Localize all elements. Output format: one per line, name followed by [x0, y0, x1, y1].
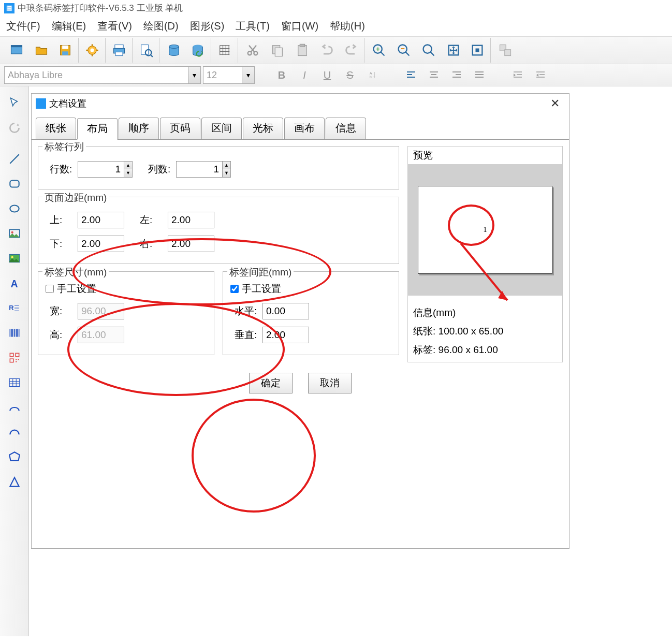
paste-icon[interactable] — [290, 38, 315, 63]
ok-button[interactable]: 确定 — [249, 373, 293, 393]
menu-tool[interactable]: 工具(T) — [236, 19, 270, 33]
polygon-icon[interactable] — [4, 445, 25, 470]
grid-icon[interactable] — [213, 38, 238, 63]
menu-help[interactable]: 帮助(H) — [330, 19, 365, 33]
barcode-icon[interactable] — [4, 320, 25, 345]
svg-text:b: b — [370, 75, 372, 79]
settings-icon[interactable] — [81, 38, 106, 63]
svg-rect-33 — [275, 48, 282, 56]
redo-icon[interactable] — [340, 38, 364, 63]
new-icon[interactable] — [4, 38, 29, 63]
svg-rect-48 — [505, 50, 511, 56]
menu-window[interactable]: 窗口(W) — [281, 19, 318, 33]
svg-rect-91 — [16, 359, 17, 360]
bold-button[interactable]: B — [270, 66, 293, 84]
menu-edit[interactable]: 编辑(E) — [52, 19, 86, 33]
vert-input[interactable] — [262, 327, 309, 343]
align-justify-icon[interactable] — [468, 66, 491, 84]
richtext-icon[interactable]: R — [4, 296, 25, 320]
rotate-icon[interactable] — [4, 115, 25, 140]
svg-line-40 — [406, 52, 410, 56]
font-name-select[interactable]: ▾ — [4, 66, 201, 84]
database-sync-icon[interactable] — [186, 38, 211, 63]
size-manual-checkbox[interactable] — [46, 285, 54, 293]
strike-button[interactable]: S — [339, 66, 361, 84]
menu-draw[interactable]: 绘图(D) — [143, 19, 179, 33]
triangle-icon[interactable] — [4, 470, 25, 494]
tab-paper[interactable]: 纸张 — [36, 118, 76, 139]
rounded-rect-icon[interactable] — [4, 171, 25, 196]
group-icon[interactable] — [493, 38, 518, 63]
tab-pageno[interactable]: 页码 — [160, 118, 200, 139]
font-size-select[interactable]: ▾ — [203, 66, 255, 84]
qrcode-icon[interactable] — [4, 345, 25, 370]
rows-input[interactable] — [78, 161, 124, 178]
center-icon[interactable] — [466, 38, 491, 63]
cut-icon[interactable] — [240, 38, 265, 63]
ellipse-icon[interactable] — [4, 196, 25, 221]
close-icon[interactable]: ✕ — [545, 96, 565, 111]
save-icon[interactable] — [54, 38, 79, 63]
margin-right-input[interactable] — [168, 236, 214, 252]
svg-line-69 — [10, 154, 19, 163]
font-size-input[interactable] — [203, 70, 242, 81]
tab-canvas[interactable]: 画布 — [284, 118, 325, 139]
vertical-text-icon[interactable]: Ab — [361, 66, 384, 84]
database-icon[interactable] — [162, 38, 186, 63]
margin-bottom-input[interactable] — [78, 236, 124, 252]
table-icon[interactable] — [4, 370, 25, 395]
align-left-icon[interactable] — [400, 66, 422, 84]
fit-icon[interactable] — [441, 38, 466, 63]
image-icon[interactable] — [4, 246, 25, 271]
italic-button[interactable]: I — [293, 66, 316, 84]
cols-up-icon[interactable]: ▲ — [223, 162, 230, 169]
width-input — [78, 303, 124, 319]
spacing-manual-checkbox[interactable] — [230, 285, 239, 293]
rows-up-icon[interactable]: ▲ — [124, 162, 132, 169]
undo-icon[interactable] — [315, 38, 340, 63]
svg-rect-35 — [300, 44, 304, 47]
tab-order[interactable]: 顺序 — [119, 118, 159, 139]
align-right-icon[interactable] — [445, 66, 468, 84]
rows-down-icon[interactable]: ▼ — [124, 169, 132, 177]
zoom-icon[interactable] — [416, 38, 441, 63]
svg-rect-13 — [115, 52, 123, 56]
margin-top-input[interactable] — [78, 212, 124, 228]
outdent-icon[interactable] — [529, 66, 552, 84]
svg-rect-4 — [62, 51, 68, 55]
tab-layout[interactable]: 布局 — [77, 118, 118, 140]
arc-icon[interactable] — [4, 420, 25, 445]
open-icon[interactable] — [29, 38, 54, 63]
print-icon[interactable] — [108, 38, 133, 63]
align-center-icon[interactable] — [422, 66, 445, 84]
cols-down-icon[interactable]: ▼ — [223, 169, 230, 177]
zoom-in-icon[interactable]: + — [367, 38, 391, 63]
margin-right-label: 右: — [140, 237, 165, 251]
zoom-out-icon[interactable]: − — [391, 38, 416, 63]
preview-icon[interactable] — [135, 38, 159, 63]
underline-button[interactable]: U — [316, 66, 339, 84]
margins-fieldset: 页面边距(mm) 上: 左: 下: 右: — [38, 197, 399, 264]
font-name-input[interactable] — [5, 70, 188, 81]
font-name-dropdown-icon[interactable]: ▾ — [188, 67, 200, 83]
horiz-input[interactable] — [262, 303, 309, 319]
image-placeholder-icon[interactable] — [4, 221, 25, 246]
curve-icon[interactable] — [4, 395, 25, 420]
cols-input[interactable] — [176, 161, 223, 178]
indent-icon[interactable] — [506, 66, 529, 84]
menu-shape[interactable]: 图形(S) — [190, 19, 225, 33]
line-icon[interactable] — [4, 147, 25, 171]
pointer-icon[interactable] — [4, 91, 25, 115]
tab-info[interactable]: 信息 — [326, 118, 366, 139]
font-size-dropdown-icon[interactable]: ▾ — [242, 67, 254, 83]
menu-view[interactable]: 查看(V) — [97, 19, 132, 33]
copy-icon[interactable] — [265, 38, 290, 63]
cancel-button[interactable]: 取消 — [308, 373, 352, 393]
preview-panel: 预览 1 信息(mm) 纸张: 100.00 x 65.00 标签: 96.00… — [407, 146, 563, 362]
text-icon[interactable]: A — [4, 271, 25, 296]
menu-file[interactable]: 文件(F) — [6, 19, 40, 33]
tab-cursor[interactable]: 光标 — [243, 118, 283, 139]
tab-range[interactable]: 区间 — [201, 118, 242, 139]
margin-left-input[interactable] — [168, 212, 214, 228]
svg-line-37 — [381, 52, 385, 56]
